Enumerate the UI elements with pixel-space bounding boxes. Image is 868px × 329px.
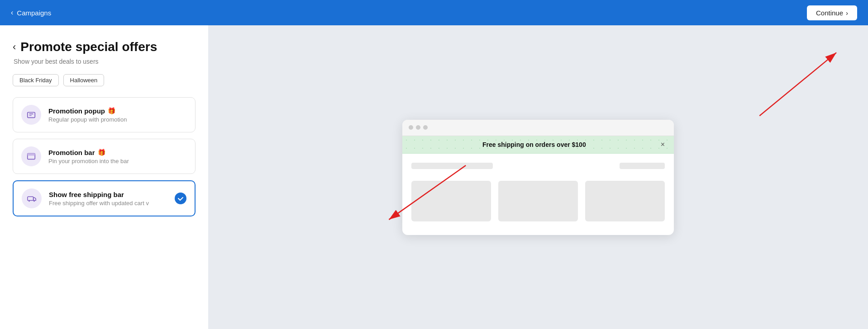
page-back-chevron-icon[interactable]: ‹ — [13, 41, 16, 53]
promo-banner: Free shipping on orders over $100 × — [402, 136, 674, 154]
check-icon — [177, 195, 184, 202]
skeleton-bar-1 — [411, 163, 493, 169]
svg-point-8 — [33, 201, 35, 202]
free-shipping-icon-wrap — [22, 188, 42, 208]
svg-rect-1 — [29, 113, 33, 114]
svg-rect-6 — [28, 197, 33, 200]
free-shipping-desc: Free shipping offer with updated cart v — [49, 200, 167, 207]
skeleton-box-1 — [411, 181, 491, 221]
svg-rect-0 — [28, 113, 35, 118]
skeleton-boxes-row — [411, 181, 665, 221]
popup-icon — [26, 110, 36, 120]
tag-row: Black Friday Halloween — [13, 74, 196, 86]
continue-label: Continue — [816, 9, 843, 17]
promotion-popup-gift-icon: 🎁 — [108, 107, 115, 114]
bar-icon — [26, 151, 36, 161]
tag-black-friday[interactable]: Black Friday — [13, 74, 59, 86]
continue-chevron-icon: › — [846, 9, 848, 17]
skeleton-bar-2 — [620, 163, 665, 169]
promo-banner-text: Free shipping on orders over $100 — [410, 141, 659, 148]
promotion-popup-text: Promotion popup 🎁 Regular popup with pro… — [48, 107, 187, 123]
main-layout: ‹ Promote special offers Show your best … — [0, 25, 868, 329]
promotion-popup-icon-wrap — [21, 105, 41, 125]
free-shipping-title-row: Show free shipping bar — [49, 191, 167, 198]
browser-dot-1 — [409, 125, 413, 130]
continue-button[interactable]: Continue › — [807, 5, 857, 20]
selected-check-badge — [175, 193, 186, 204]
page-title-row: ‹ Promote special offers — [13, 40, 196, 54]
promotion-bar-desc: Pin your promotion into the bar — [48, 158, 166, 164]
svg-line-12 — [759, 52, 836, 116]
page-subtitle: Show your best deals to users — [14, 58, 196, 65]
browser-content: Free shipping on orders over $100 × — [402, 136, 674, 235]
free-shipping-text: Show free shipping bar Free shipping off… — [49, 191, 167, 207]
skeleton-area — [402, 154, 674, 235]
back-chevron-icon: ‹ — [11, 9, 13, 17]
skeleton-box-2 — [498, 181, 578, 221]
truck-icon — [27, 193, 37, 203]
skeleton-top-row — [411, 163, 665, 174]
svg-rect-5 — [28, 154, 35, 156]
option-promotion-popup[interactable]: Promotion popup 🎁 Regular popup with pro… — [13, 97, 196, 132]
promotion-popup-title: Promotion popup — [48, 107, 105, 115]
promotion-popup-title-row: Promotion popup 🎁 — [48, 107, 187, 115]
svg-rect-2 — [29, 115, 32, 116]
campaigns-label: Campaigns — [17, 9, 51, 17]
browser-mockup: Free shipping on orders over $100 × — [402, 120, 674, 235]
free-shipping-title: Show free shipping bar — [49, 191, 124, 198]
tag-halloween[interactable]: Halloween — [63, 74, 105, 86]
skeleton-box-3 — [585, 181, 665, 221]
browser-dot-2 — [416, 125, 420, 130]
promo-close-icon[interactable]: × — [659, 141, 667, 149]
left-panel: ‹ Promote special offers Show your best … — [0, 25, 208, 329]
promotion-bar-icon-wrap — [21, 146, 41, 166]
right-panel: Free shipping on orders over $100 × — [208, 25, 868, 329]
promotion-bar-title-row: Promotion bar 🎁 — [48, 149, 187, 156]
promotion-bar-text: Promotion bar 🎁 Pin your promotion into … — [48, 149, 187, 164]
svg-point-7 — [29, 201, 30, 202]
option-promotion-bar[interactable]: Promotion bar 🎁 Pin your promotion into … — [13, 139, 196, 174]
browser-chrome-bar — [402, 120, 674, 136]
promotion-popup-desc: Regular popup with promotion — [48, 116, 166, 123]
back-to-campaigns[interactable]: ‹ Campaigns — [11, 9, 51, 17]
browser-dot-3 — [423, 125, 428, 130]
top-navigation-bar: ‹ Campaigns Continue › — [0, 0, 868, 25]
promotion-bar-title: Promotion bar — [48, 149, 95, 156]
page-title: Promote special offers — [20, 40, 157, 54]
promotion-bar-gift-icon: 🎁 — [98, 149, 105, 156]
option-free-shipping-bar[interactable]: Show free shipping bar Free shipping off… — [13, 180, 196, 216]
